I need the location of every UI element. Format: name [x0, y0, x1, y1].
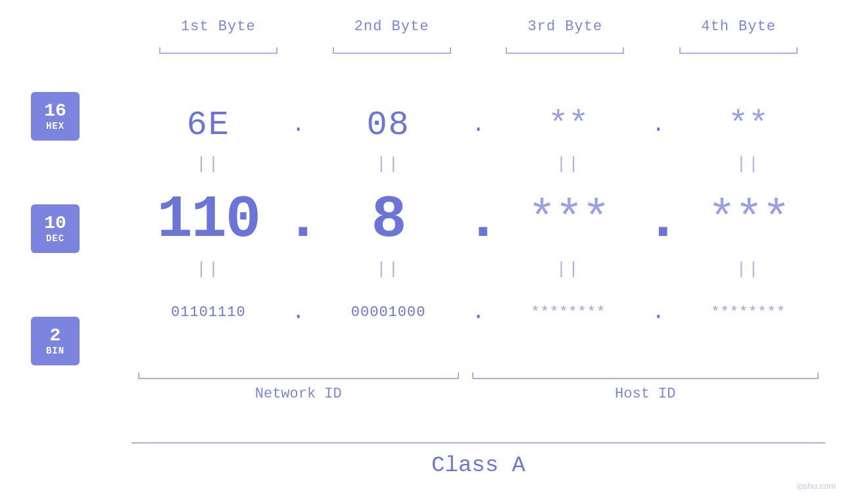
eq1-2: ||	[312, 154, 466, 174]
equals-row-1: || || || ||	[132, 151, 825, 177]
class-label: Class A	[132, 453, 825, 478]
watermark: ipshu.com	[797, 481, 836, 491]
eq2-1: ||	[132, 260, 285, 279]
hex-byte3: **	[492, 106, 646, 145]
host-line	[472, 378, 819, 379]
dec-badge-label: DEC	[46, 233, 64, 244]
bin-byte3: ********	[492, 304, 646, 321]
hex-dot3: .	[645, 112, 671, 137]
bin-byte1: 01101110	[132, 304, 285, 321]
dec-byte3: ***	[492, 193, 646, 247]
bottom-bracket-area: Network ID Host ID	[132, 378, 825, 402]
bin-badge-num: 2	[50, 326, 61, 346]
eq1-1: ||	[132, 154, 285, 174]
dec-dot1: .	[285, 191, 312, 250]
bin-badge: 2 BIN	[31, 317, 80, 365]
network-id-label: Network ID	[132, 386, 466, 402]
eq1-3: ||	[492, 154, 646, 174]
eq1-4: ||	[671, 154, 825, 174]
dec-badge: 10 DEC	[31, 204, 80, 253]
hex-dot2: .	[466, 112, 492, 137]
dec-byte2: 8	[312, 187, 466, 254]
bin-dot2: .	[466, 300, 492, 325]
class-line	[132, 442, 825, 444]
dec-dot3: .	[645, 191, 671, 250]
dec-byte4: ***	[671, 193, 825, 247]
bin-byte4: ********	[671, 304, 825, 321]
bin-dot1: .	[285, 300, 312, 325]
base-badges: 16 HEX 10 DEC 2 BIN	[31, 92, 80, 365]
dec-badge-num: 10	[44, 214, 66, 234]
dec-row: 110 . 8 . *** . ***	[132, 184, 825, 256]
byte-label-3: 3rd Byte	[479, 18, 652, 35]
bin-badge-label: BIN	[46, 346, 64, 356]
byte-label-2: 2nd Byte	[305, 18, 479, 35]
eq2-4: ||	[671, 260, 825, 279]
bracket-4	[652, 53, 825, 54]
equals-row-2: || || || ||	[132, 256, 825, 283]
host-bracket: Host ID	[466, 378, 826, 402]
bracket-3	[479, 53, 652, 54]
hex-badge: 16 HEX	[31, 92, 80, 141]
hex-dot1: .	[285, 112, 312, 137]
hex-byte4: **	[671, 106, 825, 145]
network-line	[138, 378, 459, 379]
rows-container: 6E . 08 . ** . ** || ||	[132, 85, 825, 335]
hex-row: 6E . 08 . ** . **	[132, 99, 825, 151]
main-container: 1st Byte 2nd Byte 3rd Byte 4th Byte 16 H…	[0, 0, 845, 504]
dec-byte1: 110	[132, 187, 285, 254]
class-section: Class A	[132, 442, 825, 478]
eq2-3: ||	[492, 260, 646, 279]
eq2-2: ||	[312, 260, 466, 279]
bin-dot3: .	[645, 300, 671, 325]
byte-label-1: 1st Byte	[132, 18, 305, 35]
bin-byte2: 00001000	[312, 304, 466, 321]
host-id-label: Host ID	[466, 386, 826, 402]
hex-byte1: 6E	[132, 106, 285, 145]
dec-dot2: .	[466, 191, 492, 250]
bracket-1	[132, 53, 305, 54]
byte-labels: 1st Byte 2nd Byte 3rd Byte 4th Byte	[132, 18, 825, 35]
hex-badge-num: 16	[44, 101, 66, 122]
bin-row: 01101110 . 00001000 . ******** . *******…	[132, 289, 825, 335]
byte-label-4: 4th Byte	[652, 18, 825, 35]
bracket-2	[305, 53, 479, 54]
network-bracket: Network ID	[132, 378, 466, 402]
byte-bracket-lines	[132, 53, 825, 54]
hex-badge-label: HEX	[46, 121, 64, 131]
hex-byte2: 08	[312, 106, 466, 145]
